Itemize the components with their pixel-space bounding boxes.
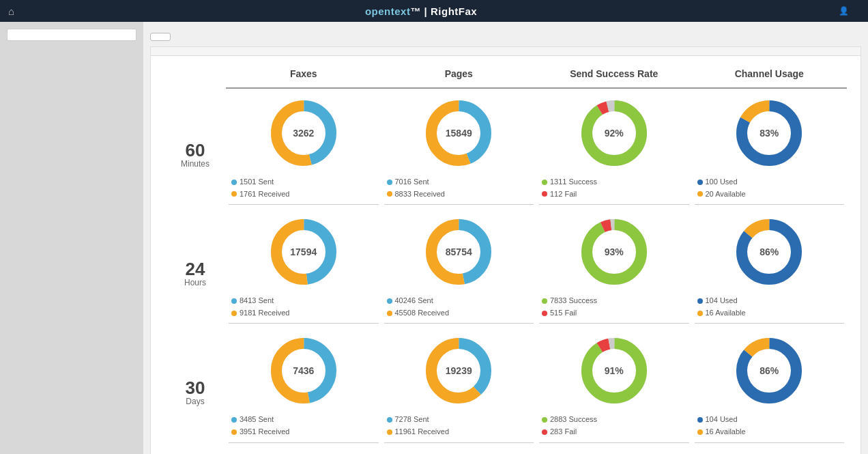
legend-item: 7016 Sent (387, 176, 532, 188)
legend-item: 1761 Received (231, 188, 376, 201)
chart-cell-row2-pages: 19239 7278 Sent 11961 Received (381, 326, 537, 445)
legend-row0-pages: 7016 Sent 8833 Received (384, 176, 534, 205)
legend-row1-send_success: 7833 Success 515 Fail (539, 295, 689, 324)
legend-row1-channel: 104 Used 16 Available (695, 295, 845, 324)
main-content: FaxesPagesSend Success RateChannel Usage… (143, 22, 868, 454)
donut-center: 15849 (446, 128, 472, 139)
legend-item: 8833 Received (387, 188, 532, 201)
legend-dot (542, 191, 547, 197)
legend-text: 7833 Success (550, 295, 597, 307)
legend-dot (697, 417, 703, 423)
home-icon[interactable]: ⌂ (8, 5, 14, 17)
chart-cell-row0-send_success: 92% 1311 Success 112 Fail (536, 89, 692, 208)
sidebar-item-analytics[interactable] (7, 29, 136, 41)
legend-text: 16 Available (706, 307, 746, 320)
legend-text: 1761 Received (240, 188, 289, 201)
chart-cell-row2-faxes: 7436 3485 Sent 3951 Received (226, 326, 381, 445)
legend-text: 283 Fail (550, 426, 577, 438)
row-label-num: 30 (186, 379, 205, 397)
legend-text: 40246 Sent (395, 295, 433, 307)
legend-row2-send_success: 2883 Success 283 Fail (539, 414, 689, 442)
legend-item: 1311 Success (542, 176, 686, 188)
row-label-text: Hours (184, 278, 206, 287)
legend-row0-send_success: 1311 Success 112 Fail (539, 176, 689, 205)
sidebar (0, 22, 143, 454)
legend-item: 104 Used (697, 414, 842, 426)
legend-text: 7016 Sent (395, 176, 429, 188)
col-header-faxes: Faxes (226, 63, 381, 89)
donut-center: 93% (605, 246, 624, 257)
legend-dot (231, 417, 237, 423)
corner-cell (164, 63, 226, 89)
legend-text: 45508 Received (395, 307, 450, 320)
legend-item: 1501 Sent (231, 176, 376, 188)
legend-dot (387, 180, 392, 185)
donut-row1-faxes: 17594 (266, 214, 341, 289)
legend-text: 104 Used (706, 414, 738, 426)
donut-row2-send_success: 91% (577, 333, 652, 408)
chart-cell-row2-send_success: 91% 2883 Success 283 Fail (536, 326, 692, 445)
legend-text: 3485 Sent (240, 414, 274, 426)
legend-row2-faxes: 3485 Sent 3951 Received (229, 414, 379, 442)
legend-text: 8413 Sent (240, 295, 274, 307)
legend-text: 2883 Success (550, 414, 597, 426)
legend-dot (542, 180, 547, 185)
row-label-text: Minutes (181, 159, 209, 169)
legend-dot (697, 180, 703, 185)
chart-cell-row1-faxes: 17594 8413 Sent 9181 Received (226, 208, 381, 326)
legend-item: 515 Fail (542, 307, 686, 320)
legend-item: 3485 Sent (231, 414, 376, 426)
panel-body: FaxesPagesSend Success RateChannel Usage… (151, 56, 860, 454)
donut-row2-pages: 19239 (421, 333, 496, 408)
donut-row1-send_success: 93% (577, 214, 652, 289)
donut-center: 86% (760, 365, 779, 376)
donut-center: 86% (760, 246, 779, 257)
legend-row2-channel: 104 Used 16 Available (695, 414, 845, 442)
donut-center: 91% (605, 365, 624, 376)
legend-item: 7833 Success (542, 295, 686, 307)
legend-dot (231, 298, 237, 304)
chart-cell-row1-pages: 85754 40246 Sent 45508 Received (381, 208, 537, 326)
donut-row0-pages: 15849 (421, 96, 496, 171)
chart-cell-row0-pages: 15849 7016 Sent 8833 Received (381, 89, 537, 208)
chart-cell-row2-channel: 86% 104 Used 16 Available (692, 326, 848, 445)
app-header: ⌂ opentext™ | RightFax 👤 (0, 0, 868, 22)
header-right: 👤 (828, 6, 860, 16)
legend-row0-channel: 100 Used 20 Available (695, 176, 845, 205)
donut-center: 85754 (446, 246, 472, 257)
legend-item: 7278 Sent (387, 414, 532, 426)
legend-text: 104 Used (706, 295, 738, 307)
legend-item: 104 Used (697, 295, 842, 307)
legend-text: 8833 Received (395, 188, 445, 201)
legend-item: 283 Fail (542, 426, 686, 438)
donut-row2-channel: 86% (732, 333, 807, 408)
configure-bar (150, 29, 861, 41)
legend-dot (387, 417, 392, 423)
legend-text: 515 Fail (550, 307, 577, 320)
donut-row1-pages: 85754 (421, 214, 496, 289)
donut-row0-faxes: 3262 (266, 96, 341, 171)
configure-button[interactable] (150, 33, 171, 41)
chart-cell-row1-channel: 86% 104 Used 16 Available (692, 208, 848, 326)
legend-dot (231, 191, 237, 197)
legend-item: 2883 Success (542, 414, 686, 426)
legend-dot (542, 417, 547, 423)
legend-text: 100 Used (706, 176, 738, 188)
legend-dot (387, 429, 392, 435)
donut-center: 19239 (446, 365, 472, 376)
legend-text: 7278 Sent (395, 414, 429, 426)
legend-row1-pages: 40246 Sent 45508 Received (384, 295, 534, 324)
row-label-0: 60 Minutes (164, 89, 226, 208)
row-label-num: 24 (186, 260, 205, 278)
legend-dot (231, 180, 237, 185)
donut-row0-send_success: 92% (577, 96, 652, 171)
legend-text: 16 Available (706, 426, 746, 438)
donut-center: 17594 (290, 246, 317, 257)
app-logo: opentext™ | RightFax (365, 5, 477, 17)
panel-title (151, 47, 860, 56)
donut-center: 7436 (293, 365, 314, 376)
legend-row1-faxes: 8413 Sent 9181 Received (229, 295, 379, 324)
legend-row2-pages: 7278 Sent 11961 Received (384, 414, 534, 442)
legend-item: 9181 Received (231, 307, 376, 320)
legend-item: 3951 Received (231, 426, 376, 438)
